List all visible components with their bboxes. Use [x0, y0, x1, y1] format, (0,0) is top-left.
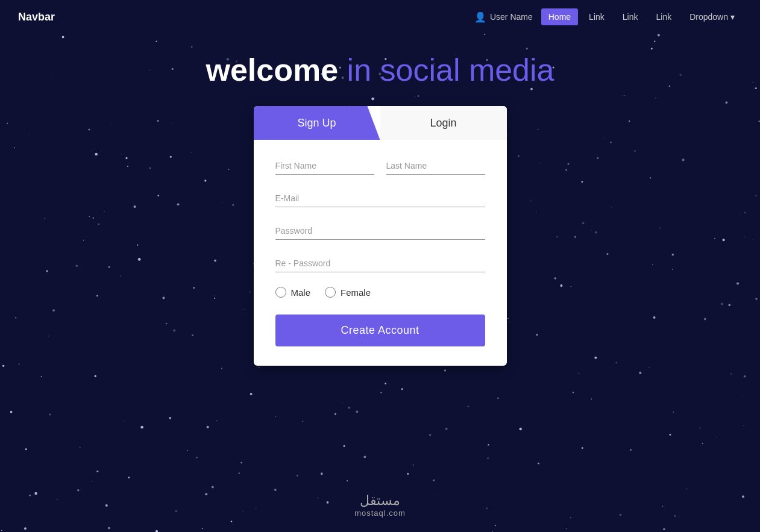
- nav-link-3[interactable]: Link: [649, 8, 679, 25]
- gender-female-option[interactable]: Female: [325, 287, 371, 298]
- navbar: Navbar 👤 User Name Home Link Link Link D…: [0, 0, 760, 34]
- last-name-input[interactable]: [386, 157, 485, 175]
- signup-card: Sign Up Login: [254, 106, 507, 366]
- email-row: [275, 189, 485, 207]
- title-social: in social media: [338, 52, 554, 87]
- name-row: [275, 157, 485, 175]
- password-input[interactable]: [275, 222, 485, 240]
- nav-dropdown[interactable]: Dropdown ▾: [682, 8, 742, 25]
- create-account-button[interactable]: Create Account: [275, 315, 485, 346]
- first-name-input[interactable]: [275, 157, 374, 175]
- first-name-group: [275, 157, 374, 175]
- tab-login[interactable]: Login: [380, 106, 507, 140]
- gender-male-label: Male: [291, 287, 311, 298]
- form-body: Male Female Create Account: [254, 140, 507, 366]
- footer-watermark: مستقل mostaql.com: [354, 493, 406, 518]
- navbar-brand: Navbar: [18, 11, 55, 23]
- nav-dropdown-label: Dropdown: [689, 12, 728, 22]
- gender-female-radio[interactable]: [325, 287, 336, 298]
- chevron-down-icon: ▾: [730, 12, 735, 22]
- gender-male-radio[interactable]: [275, 287, 286, 298]
- password-row: [275, 222, 485, 240]
- card-container: Sign Up Login: [0, 106, 760, 366]
- title-welcome: welcome: [206, 52, 338, 87]
- tabs: Sign Up Login: [254, 106, 507, 140]
- tab-signup[interactable]: Sign Up: [254, 106, 380, 140]
- footer-logo: مستقل: [354, 493, 406, 509]
- email-input[interactable]: [275, 189, 485, 207]
- nav-link-2[interactable]: Link: [615, 8, 645, 25]
- re-password-input[interactable]: [275, 254, 485, 272]
- last-name-group: [386, 157, 485, 175]
- navbar-right: 👤 User Name Home Link Link Link Dropdown…: [474, 8, 742, 25]
- gender-female-label: Female: [341, 287, 371, 298]
- re-password-row: [275, 254, 485, 272]
- gender-male-option[interactable]: Male: [275, 287, 311, 298]
- page-title: welcome in social media: [0, 52, 760, 88]
- nav-user: 👤 User Name: [474, 11, 533, 23]
- gender-row: Male Female: [275, 287, 485, 298]
- nav-user-label: User Name: [490, 12, 533, 22]
- nav-link-1[interactable]: Link: [582, 8, 612, 25]
- user-icon: 👤: [474, 11, 486, 23]
- nav-link-home[interactable]: Home: [541, 8, 578, 25]
- footer-url: mostaql.com: [354, 509, 406, 518]
